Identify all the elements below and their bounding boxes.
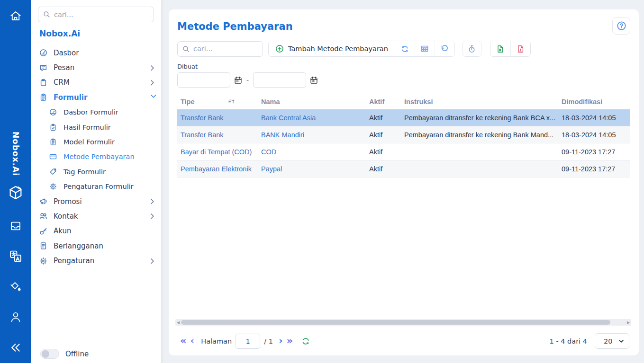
sidebar-item-formulir[interactable]: Formulir xyxy=(31,90,161,105)
date-to-input[interactable] xyxy=(253,72,306,88)
sidebar-item-berlangganan[interactable]: Berlangganan xyxy=(31,239,161,253)
chevron-right-icon xyxy=(150,198,154,204)
horizontal-scrollbar[interactable]: ◀ ▶ xyxy=(175,319,631,326)
sort-icon[interactable] xyxy=(228,98,235,105)
timer-button-group xyxy=(463,41,481,57)
table-row[interactable]: Bayar di Tempat (COD) COD Aktif 09-11-20… xyxy=(177,143,630,160)
export-pdf-button[interactable] xyxy=(510,41,530,56)
table-search[interactable] xyxy=(177,41,263,57)
next-page-button[interactable]: › xyxy=(277,336,285,346)
table-row[interactable]: Transfer Bank Bank Central Asia Aktif Pe… xyxy=(177,109,630,126)
refresh-button[interactable] xyxy=(395,41,415,56)
sidebar-item-metode-pembayaran[interactable]: Metode Pembayaran xyxy=(31,150,161,164)
clipboard-check-icon xyxy=(49,123,58,132)
sidebar-item-tag-formulir[interactable]: Tag Formulir xyxy=(31,164,161,179)
refresh-icon xyxy=(301,337,310,345)
auto-refresh-button[interactable] xyxy=(463,41,481,56)
add-payment-method-button[interactable]: Tambah Metode Pembayaran xyxy=(269,41,395,56)
sidebar-item-dasbor[interactable]: Dasbor xyxy=(31,45,161,60)
crm-clipboard-icon xyxy=(39,78,48,87)
calendar-icon[interactable] xyxy=(234,76,242,84)
calendar-icon[interactable] xyxy=(310,76,318,84)
columns-button[interactable] xyxy=(415,41,435,56)
col-header-aktif: Aktif xyxy=(366,98,401,106)
reset-button[interactable] xyxy=(435,41,454,56)
sidebar-item-pesan[interactable]: Pesan xyxy=(31,60,161,75)
content-card: Metode Pembayaran Tambah Metode Pembayar… xyxy=(169,9,639,355)
chevron-right-icon xyxy=(150,213,154,219)
date-from-input[interactable] xyxy=(177,72,230,88)
sidebar: Nobox.Ai Dasbor Pesan CRM Formulir Dasbo… xyxy=(31,0,161,363)
brand-cube-icon xyxy=(8,185,24,201)
instruksi-cell: Pembayaran ditransfer ke rekening Bank B… xyxy=(401,114,558,122)
document-icon xyxy=(39,242,48,250)
icon-rail: Nobox.Ai xyxy=(0,0,31,363)
page-number-input[interactable] xyxy=(236,334,260,349)
home-icon[interactable] xyxy=(9,9,22,22)
tipe-link[interactable]: Bayar di Tempat (COD) xyxy=(177,148,258,156)
nama-link[interactable]: Bank Central Asia xyxy=(258,114,366,122)
scrollbar-thumb[interactable] xyxy=(181,320,610,325)
created-filter-row: - xyxy=(177,72,630,88)
col-header-instruksi: Instruksi xyxy=(401,98,558,106)
export-excel-button[interactable] xyxy=(490,41,510,56)
search-icon xyxy=(43,11,50,18)
gear-icon xyxy=(39,257,48,265)
sidebar-search[interactable] xyxy=(38,7,154,22)
main-content: Metode Pembayaran Tambah Metode Pembayar… xyxy=(161,0,644,363)
sidebar-item-kontak[interactable]: Kontak xyxy=(31,209,161,223)
sidebar-item-pengaturan-formulir[interactable]: Pengaturan Formulir xyxy=(31,179,161,194)
tipe-link[interactable]: Transfer Bank xyxy=(177,131,258,139)
table-search-input[interactable] xyxy=(193,45,250,53)
pagination-bar: « ‹ Halaman / 1 › » 1 - 4 dari 4 20 xyxy=(178,333,629,349)
aktif-cell: Aktif xyxy=(366,165,401,173)
page-word: Halaman xyxy=(201,337,232,345)
help-button[interactable] xyxy=(612,17,630,35)
offline-toggle[interactable] xyxy=(40,349,59,359)
last-page-button[interactable]: » xyxy=(285,336,295,346)
dimodifikasi-cell: 18-03-2024 14:05 xyxy=(558,131,630,139)
sidebar-item-dasbor-formulir[interactable]: Dasbor Formulir xyxy=(31,105,161,120)
stopwatch-icon xyxy=(468,45,476,53)
user-icon[interactable] xyxy=(9,310,22,323)
sidebar-item-pengaturan[interactable]: Pengaturan xyxy=(31,253,161,268)
offline-row: Offline xyxy=(40,349,89,359)
tag-icon xyxy=(49,168,58,176)
ink-drop-icon[interactable] xyxy=(9,280,22,293)
date-range-separator: - xyxy=(246,76,249,84)
nama-link[interactable]: Paypal xyxy=(258,165,366,173)
col-header-tipe: Tipe xyxy=(181,98,195,106)
sidebar-item-hasil-formulir[interactable]: Hasil Formulir xyxy=(31,120,161,134)
table-row[interactable]: Transfer Bank BANK Mandiri Aktif Pembaya… xyxy=(177,126,630,143)
sidebar-search-input[interactable] xyxy=(54,11,149,18)
search-icon xyxy=(182,45,190,53)
help-icon xyxy=(617,21,626,31)
aktif-cell: Aktif xyxy=(366,148,401,156)
chevron-right-icon xyxy=(150,80,154,86)
nama-link[interactable]: COD xyxy=(258,148,366,156)
export-button-group xyxy=(490,41,531,57)
page-size-select[interactable]: 20 xyxy=(595,333,629,349)
tipe-link[interactable]: Pembayaran Elektronik xyxy=(177,165,258,173)
nama-link[interactable]: BANK Mandiri xyxy=(258,131,366,139)
translate-icon[interactable] xyxy=(9,249,22,263)
previous-page-button[interactable]: ‹ xyxy=(189,336,197,346)
sidebar-item-model-formulir[interactable]: Model Formulir xyxy=(31,134,161,149)
chevron-right-icon xyxy=(150,65,154,71)
table-row[interactable]: Pembayaran Elektronik Paypal Aktif 09-11… xyxy=(177,160,630,177)
inbox-icon[interactable] xyxy=(9,220,22,232)
collapse-sidebar-icon[interactable] xyxy=(9,342,21,354)
form-clipboard-icon xyxy=(39,93,48,102)
first-page-button[interactable]: « xyxy=(178,336,189,346)
scroll-right-arrow-icon[interactable]: ▶ xyxy=(626,320,631,325)
scroll-left-arrow-icon[interactable]: ◀ xyxy=(175,320,181,325)
col-header-dimodifikasi: Dimodifikasi xyxy=(558,98,630,106)
sidebar-item-crm[interactable]: CRM xyxy=(31,75,161,90)
credit-card-icon xyxy=(49,152,58,161)
reload-table-button[interactable] xyxy=(301,337,310,345)
sidebar-item-promosi[interactable]: Promosi xyxy=(31,194,161,209)
dimodifikasi-cell: 09-11-2023 17:27 xyxy=(558,165,630,173)
col-header-nama: Nama xyxy=(258,98,366,106)
tipe-link[interactable]: Transfer Bank xyxy=(177,114,258,122)
sidebar-item-akun[interactable]: Akun xyxy=(31,224,161,239)
